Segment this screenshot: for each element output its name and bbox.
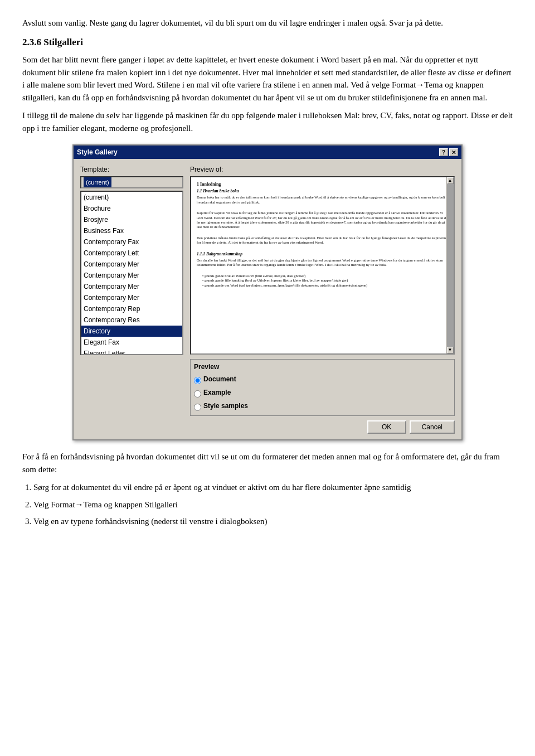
radio-input[interactable] (194, 377, 201, 384)
list-item: Sørg for at dokumentet du vil endre på e… (33, 481, 513, 494)
preview-panel: Preview of: 1 Innledning 1.1 Hvordan bru… (190, 164, 455, 416)
preview-radio-section: Preview DocumentExampleStyle samples (190, 359, 455, 416)
radio-label: Example (203, 387, 231, 398)
post-dialog-text: For å få en forhåndsvisning på hvordan d… (22, 450, 513, 476)
preview-section-label: Preview (194, 362, 451, 372)
radio-group: DocumentExampleStyle samples (194, 374, 451, 413)
radio-input[interactable] (194, 404, 201, 411)
preview-body-filler1: Kapittel for kapittel vil boka ta for se… (197, 211, 448, 230)
cancel-button[interactable]: Cancel (410, 420, 455, 434)
preview-h3: 1.1.1 Bakgrunnskunnskap (197, 251, 448, 257)
template-list-item[interactable]: Contemporary Mer (81, 270, 182, 281)
scroll-up-arrow[interactable]: ▲ (447, 177, 454, 184)
intro-paragraph: Avslutt som vanlig. Neste gang du lagrer… (22, 17, 513, 30)
body-paragraph-2: I tillegg til de malene du selv har ligg… (22, 109, 513, 134)
template-list-item[interactable]: Elegant Fax (81, 337, 182, 348)
close-icon[interactable]: ✕ (449, 148, 458, 156)
template-list-item[interactable]: Contemporary Lett (81, 248, 182, 259)
template-list-item[interactable]: Contemporary Res (81, 314, 182, 326)
scroll-track (447, 184, 454, 347)
radio-label: Document (203, 374, 236, 384)
preview-h2: 1.1 Hvordan bruke boka (197, 188, 448, 194)
preview-bullet3: • grunds gande om Word (tarl tpevlinjem,… (202, 283, 448, 288)
preview-bullet2: • grunds gande fille handting (brul av U… (202, 278, 448, 283)
style-gallery-dialog: Style Gallery ? ✕ Template: (current) (72, 144, 463, 440)
radio-label: Style samples (203, 401, 248, 411)
template-panel: Template: (current) (current)BrochureBro… (80, 164, 183, 355)
numbered-list: Sørg for at dokumentet du vil endre på e… (33, 481, 513, 528)
dialog-titlebar: Style Gallery ? ✕ (74, 146, 461, 159)
preview-label: Preview of: (190, 164, 455, 175)
template-list-item[interactable]: Brochure (81, 203, 182, 214)
preview-body1: Danna boka har to mål: du er den tallt s… (197, 195, 448, 205)
template-list-item[interactable]: Directory (81, 326, 182, 337)
preview-body-filler2: Den praktiske måtane bruke boka på, er a… (197, 236, 448, 245)
body-paragraph-1: Som det har blitt nevnt flere ganger i l… (22, 54, 513, 104)
template-list-item[interactable]: (current) (81, 192, 182, 203)
template-list-item[interactable]: Contemporary Mer (81, 292, 182, 303)
dialog-container: Style Gallery ? ✕ Template: (current) (22, 144, 513, 440)
scroll-down-arrow[interactable]: ▼ (447, 347, 454, 353)
radio-item[interactable]: Example (194, 387, 451, 400)
template-list-item[interactable]: Brosjyre (81, 214, 182, 225)
list-item: Velg en av typene forhåndsvisning (neder… (33, 515, 513, 528)
page-content: Avslutt som vanlig. Neste gang du lagrer… (22, 17, 513, 528)
template-list-item[interactable]: Contemporary Rep (81, 303, 182, 314)
template-list-item[interactable]: Elegant Letter (81, 348, 182, 355)
template-current-box: (current) (80, 176, 183, 188)
template-label: Template: (80, 164, 183, 175)
preview-scrollbar[interactable]: ▲ ▼ (446, 177, 454, 353)
template-list[interactable]: (current)BrochureBrosjyreBusiness FaxCon… (80, 191, 183, 355)
dialog-title: Style Gallery (77, 147, 118, 157)
radio-input[interactable] (194, 390, 201, 398)
preview-bullet1: • grunds gande brul av Windows 95 (brul … (202, 274, 448, 278)
template-list-item[interactable]: Contemporary Fax (81, 236, 182, 248)
template-list-item[interactable]: Contemporary Mer (81, 281, 182, 292)
list-item: Velg Format→Tema og knappen Stilgalleri (33, 498, 513, 511)
help-icon[interactable]: ? (439, 148, 448, 156)
template-list-item[interactable]: Business Fax (81, 225, 182, 236)
template-list-item[interactable]: Contemporary Mer (81, 259, 182, 270)
radio-item[interactable]: Document (194, 374, 451, 386)
preview-body2: Om du alle har brukt Word tilligge, er d… (197, 258, 448, 268)
titlebar-buttons: ? ✕ (439, 148, 458, 156)
radio-item[interactable]: Style samples (194, 401, 451, 413)
preview-content: 1 Innledning 1.1 Hvordan bruke boka Dann… (191, 177, 454, 292)
preview-h1: 1 Innledning (197, 182, 448, 187)
dialog-body: Template: (current) (current)BrochureBro… (74, 159, 461, 439)
section-heading: 2.3.6 Stilgalleri (22, 35, 513, 50)
preview-box: 1 Innledning 1.1 Hvordan bruke boka Dann… (190, 176, 455, 355)
current-value: (current) (84, 177, 111, 188)
dialog-bottom-row: OK Cancel (80, 416, 455, 435)
ok-button[interactable]: OK (367, 420, 406, 434)
dialog-top-row: Template: (current) (current)BrochureBro… (80, 164, 455, 416)
